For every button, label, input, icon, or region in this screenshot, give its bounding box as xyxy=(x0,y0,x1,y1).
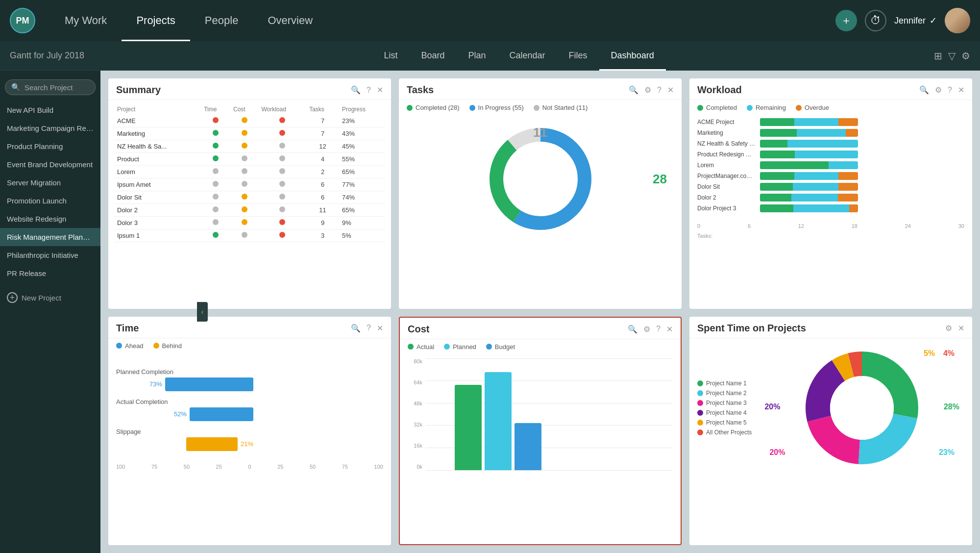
time-help-icon[interactable]: ? xyxy=(367,324,371,332)
workload-search-icon[interactable]: 🔍 xyxy=(919,85,929,95)
tab-list[interactable]: List xyxy=(372,41,409,71)
time-widget: Time 🔍 ? ✕ Ahead Behind Planned Completi… xyxy=(108,317,391,546)
gantt-label: Gantt for July 2018 xyxy=(10,50,84,61)
new-project-button[interactable]: + New Project xyxy=(0,286,100,309)
nav-overview[interactable]: Overview xyxy=(253,0,327,41)
spl-6-dot xyxy=(697,429,703,435)
pct-28: 28% xyxy=(944,402,959,411)
sidebar-collapse-button[interactable]: ‹ xyxy=(197,302,208,322)
sidebar-item-product-planning[interactable]: Product Planning xyxy=(0,137,100,155)
summary-close-icon[interactable]: ✕ xyxy=(377,85,383,95)
time-close-icon[interactable]: ✕ xyxy=(377,324,383,333)
settings-icon[interactable]: ⚙ xyxy=(961,50,970,62)
grid-icon[interactable]: ⊞ xyxy=(934,50,942,62)
summary-search-icon[interactable]: 🔍 xyxy=(351,85,361,95)
spent-close-icon[interactable]: ✕ xyxy=(958,324,964,333)
time-row-planned: Planned Completion 73% xyxy=(116,368,383,391)
avatar[interactable] xyxy=(945,8,970,33)
slippage-bar xyxy=(186,437,238,451)
dashboard-content: Summary 🔍 ? ✕ Project Time Cost Workload… xyxy=(100,71,980,553)
cost-settings-icon[interactable]: ⚙ xyxy=(643,325,650,334)
tab-calendar[interactable]: Calendar xyxy=(498,41,557,71)
table-row: Lorem 2 65% xyxy=(114,166,385,178)
col-workload: Workload xyxy=(258,104,306,115)
logo[interactable]: PM xyxy=(10,8,35,33)
tab-plan[interactable]: Plan xyxy=(457,41,498,71)
top-nav: PM My Work Projects People Overview ＋ ⏱ … xyxy=(0,0,980,41)
timer-button[interactable]: ⏱ xyxy=(865,10,886,31)
cost-search-icon[interactable]: 🔍 xyxy=(628,325,637,334)
sidebar-item-new-api[interactable]: New API Build xyxy=(0,101,100,119)
time-search-icon[interactable]: 🔍 xyxy=(351,324,361,333)
sidebar-item-promotion-launch[interactable]: Promotion Launch xyxy=(0,192,100,210)
filter-icon[interactable]: ▽ xyxy=(948,50,956,62)
tasks-settings-icon[interactable]: ⚙ xyxy=(644,85,651,95)
sidebar-item-website-redesign[interactable]: Website Redesign xyxy=(0,210,100,228)
pct-23: 23% xyxy=(939,448,955,457)
spl-2-dot xyxy=(697,390,703,396)
cost-planned-dot xyxy=(444,344,450,350)
sidebar-item-server-migration[interactable]: Server Migration xyxy=(0,174,100,192)
sidebar-item-marketing-campaign[interactable]: Marketing Campaign Release xyxy=(0,119,100,137)
cost-title: Cost xyxy=(408,324,622,335)
col-project: Project xyxy=(114,104,201,115)
cost-chart: 80k64k48k32k16k0k xyxy=(400,354,681,482)
cost-close-icon[interactable]: ✕ xyxy=(666,325,673,334)
workload-help-icon[interactable]: ? xyxy=(948,86,952,95)
workload-rows: ACME Project Marketing NZ Health & Safet… xyxy=(689,115,972,219)
tasks-help-icon[interactable]: ? xyxy=(657,86,662,95)
workload-title: Workload xyxy=(697,84,913,96)
spent-time-widget: Spent Time on Projects ⚙ ✕ Project Name … xyxy=(689,317,972,546)
sidebar-item-pr-release[interactable]: PR Release xyxy=(0,264,100,282)
tasks-search-icon[interactable]: 🔍 xyxy=(629,85,638,95)
search-icon: 🔍 xyxy=(11,83,21,92)
sub-nav-right: ⊞ ▽ ⚙ xyxy=(934,50,970,62)
nav-projects[interactable]: Projects xyxy=(122,0,190,41)
cost-bars xyxy=(455,372,541,470)
avatar-image xyxy=(945,8,970,33)
cost-grid xyxy=(425,358,673,470)
workload-row: ProjectManager.com ... xyxy=(697,172,964,180)
spl-3-dot xyxy=(697,400,703,406)
slippage-pct: 21% xyxy=(241,440,253,448)
nav-right: ＋ ⏱ Jennifer ✓ xyxy=(835,8,970,33)
workload-close-icon[interactable]: ✕ xyxy=(958,85,964,95)
tasks-legend: Completed (28) In Progress (55) Not Star… xyxy=(399,100,682,115)
search-project-input[interactable]: 🔍 Search Project xyxy=(5,79,96,95)
workload-tasks-label: Tasks: xyxy=(689,231,972,241)
tasks-close-icon[interactable]: ✕ xyxy=(667,85,674,95)
table-row: NZ Health & Sa... 12 45% xyxy=(114,140,385,153)
cost-legend: Actual Planned Budget xyxy=(400,339,681,354)
spl-5-dot xyxy=(697,420,703,426)
col-progress: Progress xyxy=(339,104,385,115)
nav-my-work[interactable]: My Work xyxy=(50,0,122,41)
tab-board[interactable]: Board xyxy=(409,41,456,71)
sidebar-item-philanthropic[interactable]: Philanthropic Initiative xyxy=(0,246,100,264)
not-started-count: 11 xyxy=(533,125,547,140)
cost-help-icon[interactable]: ? xyxy=(656,325,661,333)
sidebar-item-risk-management[interactable]: Risk Management Planning xyxy=(0,228,100,246)
col-time: Time xyxy=(201,104,230,115)
spent-time-pie: 28% 23% 20% 20% 5% 4% xyxy=(760,344,964,472)
time-chart: Planned Completion 73% Actual Completion… xyxy=(108,353,391,462)
summary-help-icon[interactable]: ? xyxy=(367,86,371,95)
cost-header: Cost 🔍 ⚙ ? ✕ xyxy=(400,318,681,339)
table-row: Dolor Sit 6 74% xyxy=(114,191,385,204)
tab-files[interactable]: Files xyxy=(557,41,599,71)
spent-settings-icon[interactable]: ⚙ xyxy=(945,324,952,333)
spent-time-body: Project Name 1 Project Name 2 Project Na… xyxy=(689,338,972,478)
nav-people[interactable]: People xyxy=(190,0,253,41)
tab-dashboard[interactable]: Dashboard xyxy=(599,41,666,71)
workload-row: ACME Project xyxy=(697,118,964,126)
tasks-widget: Tasks 🔍 ⚙ ? ✕ Completed (28) In Progress… xyxy=(399,78,682,309)
workload-legend: Completed Remaining Overdue xyxy=(689,100,972,115)
completed-count: 28 xyxy=(653,172,667,187)
workload-settings-icon[interactable]: ⚙ xyxy=(935,85,942,95)
actual-pct: 52% xyxy=(174,410,187,418)
spent-time-svg xyxy=(798,344,926,472)
workload-row: Dolor Project 3 xyxy=(697,204,964,212)
workload-row: Marketing xyxy=(697,129,964,137)
add-button[interactable]: ＋ xyxy=(835,10,857,31)
tasks-header: Tasks 🔍 ⚙ ? ✕ xyxy=(399,78,682,100)
sidebar-item-event-brand[interactable]: Event Brand Development xyxy=(0,155,100,174)
